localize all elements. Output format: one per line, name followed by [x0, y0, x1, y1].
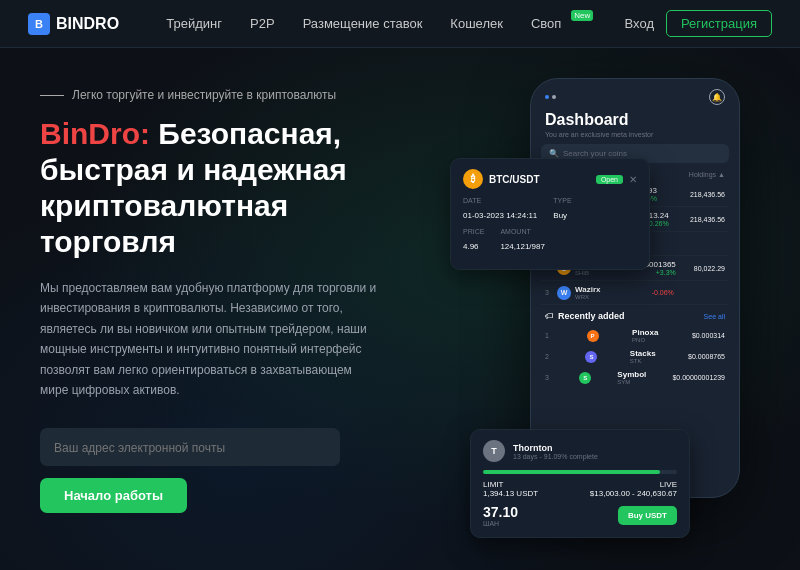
progress-bar	[483, 470, 677, 474]
hero-description: Мы предоставляем вам удобную платформу д…	[40, 278, 380, 400]
card-bottom: 37.10 ШАН Buy USDT	[483, 504, 677, 527]
logo-text: BINDRO	[56, 15, 119, 33]
trade-pair: BTC/USDT	[489, 174, 540, 185]
avatar: T	[483, 440, 505, 462]
register-button[interactable]: Регистрация	[666, 10, 772, 37]
buy-usdt-button[interactable]: Buy USDT	[618, 506, 677, 525]
user-info: T Thornton 13 days - 91.09% complete	[483, 440, 677, 462]
hero-right: 🔔 Dashboard You are an exclusive meta in…	[440, 58, 780, 568]
list-item: 3 S Symbol SYM $0.00000001239	[545, 367, 725, 388]
hero-left: Легко торгуйте и инвестируйте в криптова…	[0, 48, 420, 570]
bottom-trade-card: T Thornton 13 days - 91.09% complete LIM…	[470, 429, 690, 538]
nav-staking[interactable]: Размещение ставок	[303, 16, 423, 31]
price-unit: ШАН	[483, 520, 518, 527]
login-button[interactable]: Вход	[625, 16, 654, 31]
hero-brand: BinDro:	[40, 117, 150, 150]
phone-topbar: 🔔	[541, 89, 729, 105]
list-item: 1 P Pinoxa PNO $0.000314	[545, 325, 725, 346]
table-row: 3 W Wazirx WRX -0.06%	[541, 281, 729, 305]
list-item: 2 S Stacks STK $0.0008765	[545, 346, 725, 367]
card-values: LIMIT1,394.13 USDT LIVE$13,003.00 - 240,…	[483, 480, 677, 498]
search-icon: 🔍	[549, 149, 559, 158]
coin-avatar: W	[557, 286, 571, 300]
hero-section: Легко торгуйте и инвестируйте в криптова…	[0, 48, 800, 570]
nav-swap[interactable]: Своп New	[531, 16, 577, 31]
email-input[interactable]	[54, 441, 326, 455]
recently-added-section: 🏷 Recently added See all 1 P Pinoxa PNO …	[541, 305, 729, 392]
logo: B BINDRO	[28, 13, 119, 35]
ra-coin-avatar: P	[587, 330, 599, 342]
btc-icon: ₿	[463, 169, 483, 189]
trade-info: DATE 01-03-2023 14:24:11 TYPE Buy	[463, 197, 637, 222]
start-button[interactable]: Начало работы	[40, 478, 187, 513]
nav-trading[interactable]: Трейдинг	[166, 16, 222, 31]
email-input-wrap	[40, 428, 340, 466]
nav-wallet[interactable]: Кошелек	[450, 16, 503, 31]
price-display: 37.10	[483, 504, 518, 520]
tagline-line	[40, 95, 64, 96]
header-actions: Вход Регистрация	[625, 10, 772, 37]
nav-p2p[interactable]: P2P	[250, 16, 275, 31]
recently-added-title: Recently added	[558, 311, 625, 321]
user-name: Thornton	[513, 443, 598, 453]
hero-title: BinDro: Безопасная, быстрая и надежная к…	[40, 116, 390, 260]
recently-added-icon: 🏷	[545, 311, 554, 321]
ra-coin-avatar: S	[579, 372, 591, 384]
phone-subtitle: You are an exclusive meta investor	[541, 131, 729, 138]
phone-dashboard-title: Dashboard	[541, 111, 729, 129]
notification-bell[interactable]: 🔔	[709, 89, 725, 105]
new-badge: New	[571, 10, 593, 21]
ra-coin-avatar: S	[585, 351, 597, 363]
trade-status-badge: Open	[596, 175, 623, 184]
user-desc: 13 days - 91.09% complete	[513, 453, 598, 460]
header: B BINDRO Трейдинг P2P Размещение ставок …	[0, 0, 800, 48]
close-icon[interactable]: ✕	[629, 174, 637, 185]
main-nav: Трейдинг P2P Размещение ставок Кошелек С…	[166, 16, 577, 31]
see-all-link[interactable]: See all	[704, 313, 725, 320]
progress-bar-fill	[483, 470, 660, 474]
hero-tagline: Легко торгуйте и инвестируйте в криптова…	[40, 88, 390, 102]
logo-icon: B	[28, 13, 50, 35]
trade-price-info: PRICE 4.96 AMOUNT 124,121/987	[463, 228, 637, 253]
trade-card: ₿ BTC/USDT Open ✕ DATE 01-03-2023 14:24:…	[450, 158, 650, 270]
